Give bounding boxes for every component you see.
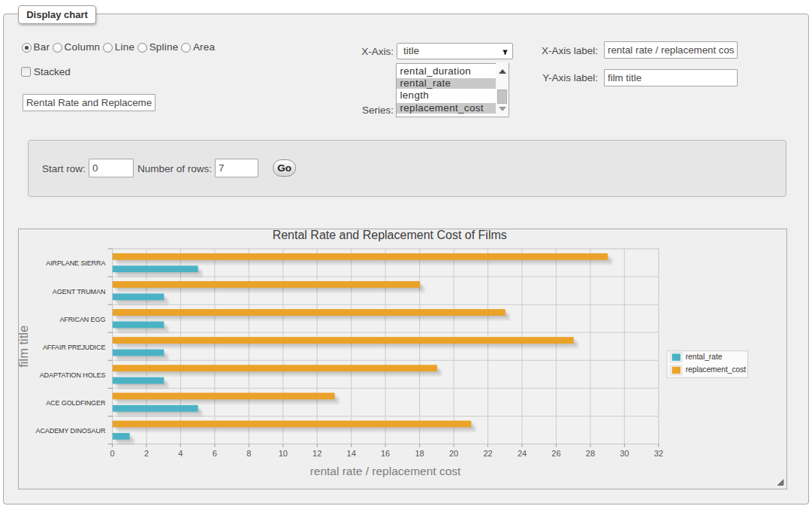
svg-text:16: 16 bbox=[381, 449, 390, 458]
svg-text:2: 2 bbox=[144, 449, 149, 458]
svg-text:24: 24 bbox=[518, 449, 527, 458]
svg-text:rental rate / replacement cost: rental rate / replacement cost bbox=[310, 465, 461, 477]
svg-text:8: 8 bbox=[246, 449, 251, 458]
svg-text:ACADEMY DINOSAUR: ACADEMY DINOSAUR bbox=[36, 427, 106, 435]
svg-text:18: 18 bbox=[415, 449, 424, 458]
svg-text:10: 10 bbox=[279, 449, 288, 458]
svg-text:rental_rate: rental_rate bbox=[686, 353, 723, 361]
svg-text:ACE GOLDFINGER: ACE GOLDFINGER bbox=[46, 399, 106, 407]
svg-text:4: 4 bbox=[178, 449, 183, 458]
svg-text:AIRPLANE SIERRA: AIRPLANE SIERRA bbox=[46, 259, 105, 267]
svg-text:AFRICAN EGG: AFRICAN EGG bbox=[59, 316, 105, 323]
svg-text:Rental Rate and Replacement Co: Rental Rate and Replacement Cost of Film… bbox=[273, 229, 507, 241]
svg-text:12: 12 bbox=[312, 449, 321, 458]
svg-text:6: 6 bbox=[213, 449, 217, 458]
svg-text:replacement_cost: replacement_cost bbox=[686, 365, 747, 374]
svg-text:26: 26 bbox=[551, 449, 560, 458]
svg-text:14: 14 bbox=[347, 449, 356, 458]
svg-text:32: 32 bbox=[654, 449, 663, 458]
svg-text:30: 30 bbox=[620, 449, 629, 458]
svg-text:20: 20 bbox=[449, 449, 458, 458]
svg-text:22: 22 bbox=[483, 449, 492, 458]
svg-text:AFFAIR PREJUDICE: AFFAIR PREJUDICE bbox=[43, 344, 106, 351]
svg-text:28: 28 bbox=[586, 449, 595, 458]
svg-text:ADAPTATION HOLES: ADAPTATION HOLES bbox=[40, 371, 106, 379]
svg-text:film title: film title bbox=[17, 326, 30, 368]
svg-text:AGENT TRUMAN: AGENT TRUMAN bbox=[53, 288, 105, 295]
svg-text:0: 0 bbox=[110, 449, 114, 458]
